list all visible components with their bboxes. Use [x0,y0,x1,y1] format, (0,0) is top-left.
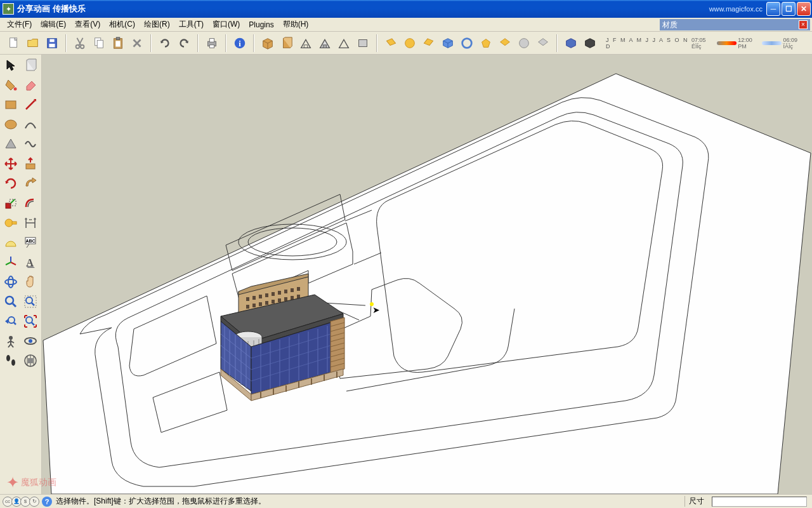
section-plane-icon[interactable] [21,351,40,370]
layer-gray-2-icon[interactable] [534,34,552,52]
make-component-icon[interactable] [259,34,277,52]
layer-gold-4-icon[interactable] [477,34,495,52]
svg-point-22 [520,38,529,48]
close-button[interactable]: ✕ [797,2,811,16]
minimize-button[interactable]: ─ [766,2,780,16]
component-tool-icon[interactable] [21,56,40,75]
shadow-settings-icon[interactable] [581,34,599,52]
dimension-tool-icon[interactable]: ** [21,213,40,232]
menu-window[interactable]: 窗口(W) [208,18,244,31]
shadow-toggle-icon[interactable] [562,34,580,52]
dimension-input[interactable] [712,497,807,507]
protractor-tool-icon[interactable] [1,233,20,252]
svg-rect-66 [291,288,294,292]
print-icon[interactable] [203,34,221,52]
style-3-icon[interactable] [335,34,353,52]
position-camera-icon[interactable] [1,331,20,351]
svg-rect-12 [209,38,214,41]
maximize-button[interactable]: ☐ [782,2,796,16]
style-4-icon[interactable] [354,34,372,52]
layer-gold-5-icon[interactable] [496,34,514,52]
layer-ring-icon[interactable] [458,34,476,52]
save-file-icon[interactable] [43,34,61,52]
menu-draw[interactable]: 绘图(R) [140,18,174,31]
followme-tool-icon[interactable] [21,174,40,193]
walk-tool-icon[interactable] [1,351,20,370]
cut-icon[interactable] [71,34,89,52]
line-tool-icon[interactable] [21,95,40,114]
model-info-icon[interactable]: i [231,34,249,52]
rectangle-tool-icon[interactable] [1,95,20,114]
menu-view[interactable]: 查看(V) [70,18,105,31]
layer-blue-icon[interactable] [439,34,457,52]
zoom-previous-icon[interactable] [1,312,20,331]
scale-tool-icon[interactable] [1,194,20,213]
svg-rect-74 [284,297,287,301]
arc-tool-icon[interactable] [21,115,40,134]
copy-icon[interactable] [90,34,108,52]
freehand-tool-icon[interactable] [21,135,40,154]
svg-rect-71 [265,301,268,305]
layer-gold-1-icon[interactable] [382,34,400,52]
svg-rect-59 [246,297,249,301]
help-icon[interactable]: ? [42,497,52,507]
window-url: www.magicfox.cc [709,5,763,13]
menu-plugins[interactable]: Plugins [244,19,278,30]
svg-rect-19 [359,39,367,46]
style-1-icon[interactable] [297,34,315,52]
svg-point-47 [11,359,15,366]
text-tool-icon[interactable]: ABC [21,233,40,252]
eraser-icon[interactable] [21,76,40,95]
3d-viewport[interactable]: ➤ [42,55,812,494]
materials-close-icon[interactable]: × [799,20,808,29]
zoom-extents-icon[interactable] [21,312,40,331]
move-tool-icon[interactable] [1,154,20,173]
svg-point-24 [14,88,17,91]
svg-rect-27 [26,164,35,169]
polygon-tool-icon[interactable] [1,135,20,154]
shadow-time-2: 12:00 PM [738,37,761,50]
shadow-months[interactable]: J F M A M J J A S O N D [606,37,690,50]
zoom-tool-icon[interactable] [1,292,20,311]
svg-rect-75 [291,296,294,300]
circle-tool-icon[interactable] [1,115,20,134]
window-title-bar: ✦ 分享动画 传播快乐 www.magicfox.cc ─ ☐ ✕ [0,0,812,18]
svg-rect-73 [278,298,281,302]
shadow-time-bar: J F M A M J J A S O N D 07:05 ÉÌÎç 12:00… [603,37,809,50]
svg-point-4 [76,44,80,48]
layer-gray-1-icon[interactable] [515,34,533,52]
scene-canvas[interactable] [42,55,812,494]
layer-gold-2-icon[interactable] [401,34,419,52]
delete-icon[interactable] [128,34,146,52]
date-slider[interactable] [717,41,737,45]
make-group-icon[interactable] [278,34,296,52]
look-around-icon[interactable] [21,331,40,351]
shadow-time-1: 07:05 ÉÌÎç [691,37,716,50]
new-file-icon[interactable] [5,34,23,52]
offset-tool-icon[interactable] [21,194,40,213]
top-toolbar: i J F M A M J J A S O N D 07:05 ÉÌÎç 12:… [0,32,812,55]
3dtext-tool-icon[interactable]: A [21,253,40,272]
menu-help[interactable]: 帮助(H) [278,18,313,31]
orbit-tool-icon[interactable] [1,272,20,291]
axes-tool-icon[interactable] [1,253,20,272]
select-tool-icon[interactable] [1,56,20,75]
menu-file[interactable]: 文件(F) [3,18,36,31]
rotate-tool-icon[interactable] [1,174,20,193]
paste-icon[interactable] [109,34,127,52]
style-2-icon[interactable] [316,34,334,52]
tape-measure-icon[interactable] [1,213,20,232]
materials-panel-header[interactable]: 材质 × [660,19,810,30]
menu-tools[interactable]: 工具(T) [174,18,208,31]
undo-icon[interactable] [156,34,174,52]
open-file-icon[interactable] [24,34,42,52]
menu-edit[interactable]: 编辑(E) [36,18,70,31]
zoom-window-icon[interactable] [21,292,40,311]
paint-bucket-icon[interactable] [1,76,20,95]
time-slider[interactable] [762,41,782,45]
menu-camera[interactable]: 相机(C) [105,18,140,31]
layer-gold-3-icon[interactable] [420,34,438,52]
pushpull-tool-icon[interactable] [21,154,40,173]
pan-tool-icon[interactable] [21,272,40,291]
redo-icon[interactable] [175,34,193,52]
